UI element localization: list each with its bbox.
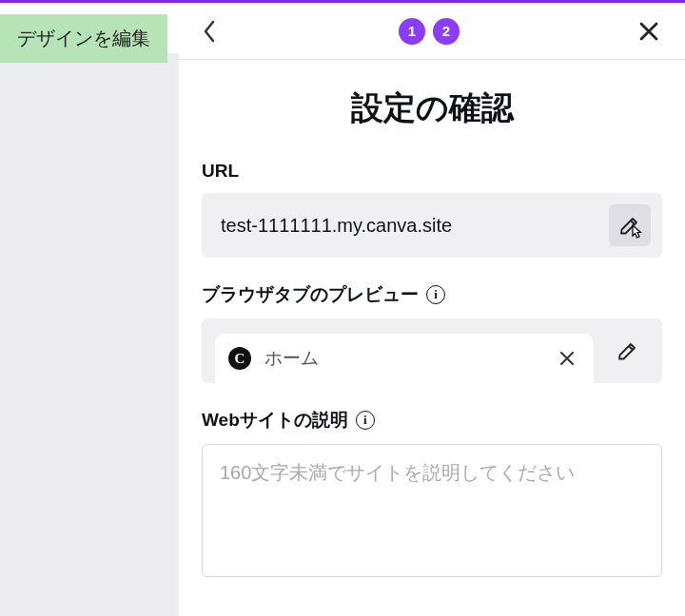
description-textarea[interactable] <box>202 444 662 577</box>
favicon-icon: C <box>228 347 251 370</box>
info-icon[interactable]: i <box>426 285 445 304</box>
edit-design-badge[interactable]: デザインを編集 <box>0 14 167 63</box>
edit-url-button[interactable] <box>609 204 651 246</box>
description-label-text: Webサイトの説明 <box>202 408 348 433</box>
tab-close-button[interactable] <box>554 345 580 372</box>
settings-panel: 1 2 設定の確認 URL test-1111111.my.canva.site <box>179 3 685 616</box>
left-background-area <box>0 53 179 616</box>
description-label: Webサイトの説明 i <box>202 408 662 433</box>
tab-preview-row: C ホーム <box>202 318 662 383</box>
page-title: 設定の確認 <box>202 87 662 130</box>
close-icon <box>637 20 660 43</box>
step-2-button[interactable]: 2 <box>433 18 460 45</box>
url-label: URL <box>202 161 662 182</box>
pencil-icon <box>618 214 641 237</box>
tab-preview-label: ブラウザタブのプレビュー i <box>202 282 662 307</box>
browser-tab-preview: C ホーム <box>215 334 594 383</box>
pencil-icon <box>616 339 639 362</box>
close-button[interactable] <box>630 12 668 50</box>
tab-preview-label-text: ブラウザタブのプレビュー <box>202 282 419 307</box>
url-value: test-1111111.my.canva.site <box>221 215 452 237</box>
step-indicator: 1 2 <box>399 18 460 45</box>
info-icon[interactable]: i <box>356 411 375 430</box>
back-button[interactable] <box>190 12 228 50</box>
url-field-row: test-1111111.my.canva.site <box>202 193 662 258</box>
chevron-left-icon <box>202 19 217 44</box>
tab-title-text: ホーム <box>264 346 540 371</box>
step-1-button[interactable]: 1 <box>399 18 425 45</box>
panel-header: 1 2 <box>179 3 685 60</box>
close-icon <box>558 350 576 367</box>
edit-tab-button[interactable] <box>607 330 649 372</box>
panel-content: 設定の確認 URL test-1111111.my.canva.site ブラウ… <box>179 60 685 581</box>
